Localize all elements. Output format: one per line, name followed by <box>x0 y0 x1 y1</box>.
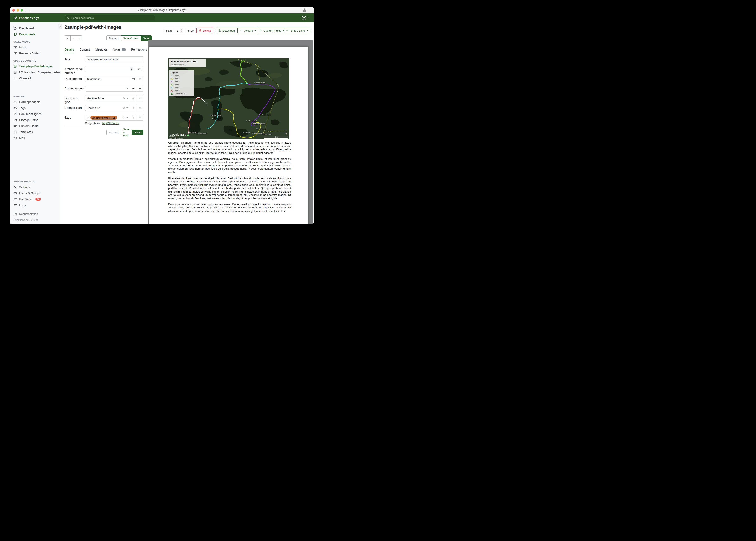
tags-label: Tags <box>65 115 85 121</box>
add-correspondent-button[interactable]: + <box>130 86 137 92</box>
date-created-input[interactable]: 03/27/2022 <box>85 76 130 82</box>
remove-tag-icon[interactable]: ✕ <box>87 116 89 119</box>
close-window-button[interactable] <box>12 9 15 12</box>
search-input[interactable]: Search documents <box>65 15 155 20</box>
sidebar-item-tags[interactable]: Tags <box>10 105 60 111</box>
sidebar-item-correspondents[interactable]: Correspondents <box>10 99 60 105</box>
sidebar-collapse-button[interactable]: « <box>58 24 62 29</box>
sidebar-item-documents[interactable]: Documents <box>10 31 60 37</box>
chevron-down-icon <box>126 88 128 89</box>
sidebar-item-documentation[interactable]: Documentation <box>10 211 60 217</box>
minimize-window-button[interactable] <box>17 9 19 12</box>
document-type-filter-button[interactable] <box>137 95 143 101</box>
add-storage-path-button[interactable]: + <box>130 105 137 111</box>
actions-button[interactable]: ⋯ Actions <box>237 28 259 33</box>
tab-metadata[interactable]: Metadata <box>95 48 107 53</box>
tab-permissions[interactable]: Permissions <box>131 48 147 53</box>
asn-input[interactable] <box>85 66 135 72</box>
tag-chip[interactable]: Another Sample Tag <box>90 116 117 120</box>
tab-details[interactable]: Details <box>65 48 74 53</box>
filter-lines-icon <box>138 106 142 110</box>
discard-button[interactable]: Discard <box>106 35 121 41</box>
tab-content[interactable]: Content <box>80 48 90 53</box>
download-button[interactable]: Download <box>216 28 237 33</box>
entry-point-icon <box>171 93 173 95</box>
user-menu[interactable] <box>302 15 309 20</box>
island-label: Lincoln Island <box>256 128 266 130</box>
save-button-group-bottom: Discard Save & next Save <box>106 130 143 135</box>
search-placeholder: Search documents <box>71 16 94 19</box>
asn-plus-one-button[interactable]: +1 <box>135 66 143 72</box>
sidebar-item-dashboard[interactable]: Dashboard <box>10 25 60 31</box>
date-filter-button[interactable] <box>137 76 143 82</box>
sidebar-item-logs[interactable]: Logs <box>10 202 60 208</box>
correspondent-select[interactable] <box>85 86 130 92</box>
sidebar-item-inbox[interactable]: Inbox <box>10 44 60 50</box>
folder-icon <box>13 118 17 122</box>
correspondent-filter-button[interactable] <box>137 86 143 92</box>
add-tag-button[interactable]: + <box>130 115 137 121</box>
sidebar-item-storage-paths[interactable]: Storage Paths <box>10 117 60 123</box>
discard-button[interactable]: Discard <box>106 130 121 135</box>
share-links-button[interactable]: Share Links <box>284 28 311 33</box>
sidebar-item-templates[interactable]: Templates <box>10 129 60 135</box>
sidebar-item-open-doc-2[interactable]: H7_Napoleon_Bonaparte_zadanie <box>10 69 60 75</box>
document-type-select[interactable]: Another Type ✕ <box>85 95 130 101</box>
sidebar-item-open-doc-1[interactable]: 2sample-pdf-with-images <box>10 63 60 69</box>
share-icon[interactable] <box>302 8 306 12</box>
forward-icon[interactable]: › <box>29 8 31 12</box>
sidebar-item-settings[interactable]: Settings <box>10 184 60 190</box>
page-count-label: of 10 <box>185 28 196 33</box>
tags-select[interactable]: ✕ Another Sample Tag ✕ <box>85 115 130 121</box>
document-type-label: Document type <box>65 95 85 104</box>
sidebar-item-custom-fields[interactable]: Custom Fields <box>10 123 60 129</box>
chevron-down-icon <box>126 107 128 109</box>
sidebar-item-users-groups[interactable]: Users & Groups <box>10 190 60 196</box>
storage-path-filter-button[interactable] <box>137 105 143 111</box>
save-button[interactable]: Save <box>132 130 143 135</box>
save-and-next-button[interactable]: Save & next <box>121 130 132 135</box>
page-stepper-icon[interactable] <box>180 28 183 33</box>
map-scale-bar: 3 mi <box>264 136 288 139</box>
clear-icon[interactable]: ✕ <box>123 107 125 110</box>
clear-icon[interactable]: ✕ <box>123 116 125 119</box>
add-document-type-button[interactable]: + <box>130 95 137 101</box>
pdf-preview-pane[interactable]: Boundary Waters Trip Six days in BWCA Le… <box>148 40 313 224</box>
route-dots-icon <box>171 78 173 80</box>
back-icon[interactable]: ‹ <box>25 8 26 12</box>
zoom-window-button[interactable] <box>21 9 23 12</box>
title-input[interactable]: 2sample-pdf-with-images <box>85 57 143 63</box>
app-brand[interactable]: Paperless-ngx <box>13 13 39 22</box>
legend-item: Day 6 <box>171 90 192 92</box>
close-icon <box>13 77 17 80</box>
sidebar-item-file-tasks[interactable]: File Tasks 16 <box>10 196 60 202</box>
paragraph: Curabitur bibendum ante urna, sed blandi… <box>168 141 291 155</box>
custom-fields-button[interactable]: Custom Fields <box>257 28 287 33</box>
previous-document-button[interactable]: ← <box>70 35 76 41</box>
sidebar-item-close-all[interactable]: Close all <box>10 75 60 81</box>
save-button-group-top: Discard Save & next Save <box>106 35 152 41</box>
chevron-down-icon <box>255 30 256 31</box>
delete-button[interactable]: Delete <box>196 28 213 33</box>
paragraph: Vestibulum eleifend, ligula a scelerisqu… <box>168 157 291 174</box>
next-document-button[interactable]: → <box>76 35 82 41</box>
file-tasks-badge: 16 <box>35 198 41 201</box>
island-label: Mile Island <box>189 131 196 133</box>
sidebar-item-document-types[interactable]: # Document Types <box>10 111 60 117</box>
clear-icon[interactable]: ✕ <box>123 97 125 100</box>
close-document-button[interactable]: ✕ <box>65 35 71 41</box>
app-window: ‹ › 2sample-pdf-with-images - Paperless-… <box>10 7 314 224</box>
sidebar-item-recently-added[interactable]: Recently Added <box>10 50 60 56</box>
suggestion-link[interactable]: TagWithPartial <box>102 122 119 125</box>
gear-icon <box>13 185 17 189</box>
sidebar-item-mail[interactable]: Mail <box>10 135 60 141</box>
tags-filter-button[interactable] <box>137 115 143 121</box>
tab-notes[interactable]: Notes1 <box>113 48 126 53</box>
page-number-input[interactable]: 1 <box>175 28 185 33</box>
main-content: « 2sample-pdf-with-images ✕ ← → Discard … <box>60 22 314 224</box>
number-stepper-icon[interactable] <box>130 67 133 71</box>
template-file-icon <box>13 130 17 134</box>
save-and-next-button[interactable]: Save & next <box>121 35 141 41</box>
calendar-button[interactable] <box>130 76 137 82</box>
storage-path-select[interactable]: Testing 12 ✕ <box>85 105 130 111</box>
